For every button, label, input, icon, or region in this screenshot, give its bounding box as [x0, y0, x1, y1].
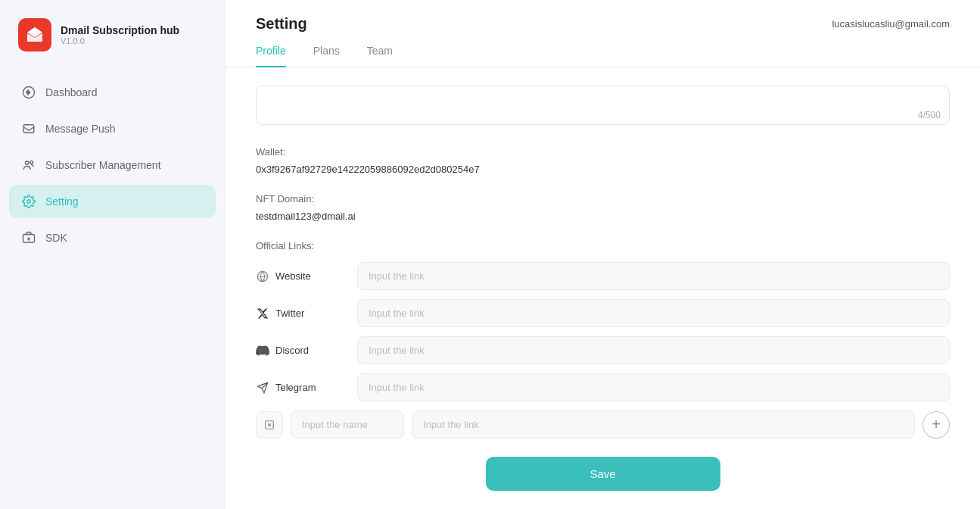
telegram-text: Telegram — [275, 382, 316, 393]
wallet-address: 0x3f9267af92729e14222059886092ed2d080254… — [256, 164, 950, 175]
twitter-input[interactable] — [357, 299, 950, 327]
tab-team[interactable]: Team — [367, 45, 393, 67]
app-logo — [18, 18, 51, 52]
main-header: Setting lucasislucasliu@gmail.com — [226, 0, 980, 33]
dashboard-icon — [21, 85, 36, 100]
content-area: 4/500 Wallet: 0x3f9267af92729e1422205988… — [226, 67, 980, 509]
custom-link-row: + — [256, 411, 950, 439]
twitter-text: Twitter — [275, 308, 304, 319]
svg-point-3 — [26, 161, 30, 165]
sidebar-label-dashboard: Dashboard — [45, 86, 98, 98]
add-link-button[interactable]: + — [922, 411, 950, 439]
char-count: 4/500 — [918, 110, 941, 120]
save-button[interactable]: Save — [486, 457, 720, 491]
telegram-row: Telegram — [256, 373, 950, 401]
sdk-icon — [21, 230, 36, 245]
sidebar: Dmail Subscription hub V1.0.0 Dashboard — [0, 0, 226, 509]
custom-link-input[interactable] — [412, 411, 915, 439]
logo-text: Dmail Subscription hub V1.0.0 — [61, 24, 179, 45]
svg-rect-2 — [23, 125, 34, 133]
nft-label: NFT Domain: — [256, 193, 950, 205]
wallet-label: Wallet: — [256, 146, 950, 158]
nav-list: Dashboard Message Push Subscriber Mana — [0, 76, 225, 254]
svg-point-1 — [28, 92, 30, 94]
twitter-label: Twitter — [256, 307, 347, 320]
wallet-section: Wallet: 0x3f9267af92729e14222059886092ed… — [256, 146, 950, 175]
telegram-label: Telegram — [256, 381, 347, 395]
logo-area: Dmail Subscription hub V1.0.0 — [0, 18, 225, 76]
svg-point-5 — [27, 200, 31, 204]
svg-point-4 — [30, 161, 33, 164]
page-title: Setting — [256, 15, 307, 33]
message-icon — [21, 121, 36, 136]
discord-icon — [256, 344, 269, 358]
sidebar-label-setting: Setting — [45, 195, 79, 208]
official-links-label: Official Links: — [256, 240, 950, 251]
setting-icon — [21, 194, 36, 209]
website-text: Website — [275, 270, 311, 282]
discord-text: Discord — [275, 345, 309, 356]
discord-label: Discord — [256, 344, 347, 358]
main-content: Setting lucasislucasliu@gmail.com Profil… — [226, 0, 980, 509]
sidebar-item-subscriber[interactable]: Subscriber Management — [9, 148, 216, 182]
app-version: V1.0.0 — [61, 36, 179, 45]
description-field-wrapper: 4/500 — [256, 86, 950, 128]
nft-domain-section: NFT Domain: testdmail123@dmail.ai — [256, 193, 950, 222]
sidebar-label-message-push: Message Push — [45, 123, 116, 135]
sidebar-item-message-push[interactable]: Message Push — [9, 112, 216, 145]
app-name: Dmail Subscription hub — [61, 24, 179, 36]
discord-input[interactable] — [357, 336, 950, 364]
nft-domain-value: testdmail123@dmail.ai — [256, 211, 950, 222]
sidebar-item-dashboard[interactable]: Dashboard — [9, 76, 216, 109]
subscriber-icon — [21, 158, 36, 173]
website-row: Website — [256, 262, 950, 290]
twitter-icon — [256, 307, 269, 320]
description-textarea[interactable] — [256, 86, 950, 125]
tab-plans[interactable]: Plans — [313, 45, 340, 67]
official-links-section: Official Links: Website — [256, 240, 950, 439]
discord-row: Discord — [256, 336, 950, 364]
custom-name-input[interactable] — [291, 411, 404, 439]
user-email: lucasislucasliu@gmail.com — [832, 18, 950, 30]
sidebar-item-setting[interactable]: Setting — [9, 185, 216, 218]
tab-profile[interactable]: Profile — [256, 45, 286, 67]
website-input[interactable] — [357, 262, 950, 290]
sidebar-label-sdk: SDK — [45, 232, 67, 244]
sidebar-item-sdk[interactable]: SDK — [9, 221, 216, 254]
telegram-input[interactable] — [357, 373, 950, 401]
custom-icon-box[interactable] — [256, 411, 283, 439]
tabs-bar: Profile Plans Team — [226, 45, 980, 67]
sidebar-label-subscriber: Subscriber Management — [45, 159, 161, 171]
globe-icon — [256, 270, 269, 283]
twitter-row: Twitter — [256, 299, 950, 327]
telegram-icon — [256, 381, 269, 395]
website-label: Website — [256, 270, 347, 283]
